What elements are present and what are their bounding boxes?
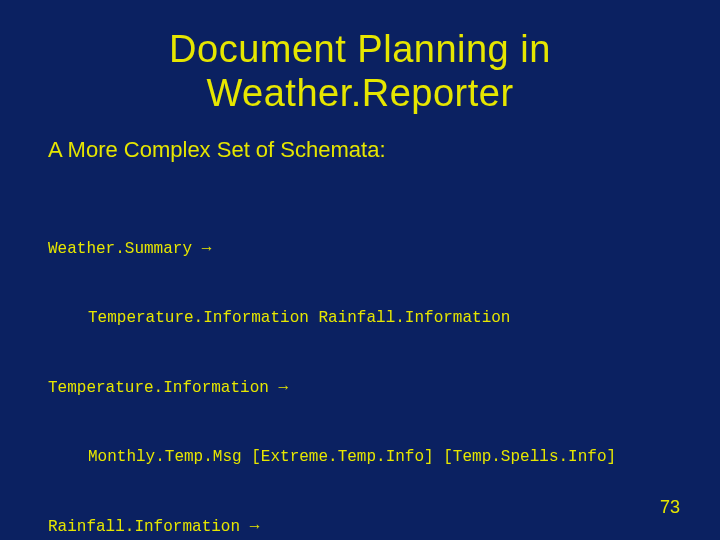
- rule-head: Weather.Summary →: [48, 238, 672, 261]
- rule-head: Temperature.Information →: [48, 377, 672, 400]
- slide: Document Planning in Weather.Reporter A …: [0, 0, 720, 540]
- rule-body: Temperature.Information Rainfall.Informa…: [88, 307, 672, 330]
- slide-subtitle: A More Complex Set of Schemata:: [48, 137, 672, 163]
- slide-title: Document Planning in Weather.Reporter: [48, 28, 672, 115]
- rule-head: Rainfall.Information →: [48, 516, 672, 539]
- page-number: 73: [660, 497, 680, 518]
- rule-body: Monthly.Temp.Msg [Extreme.Temp.Info] [Te…: [88, 446, 672, 469]
- schemata-block: Weather.Summary → Temperature.Informatio…: [48, 191, 672, 540]
